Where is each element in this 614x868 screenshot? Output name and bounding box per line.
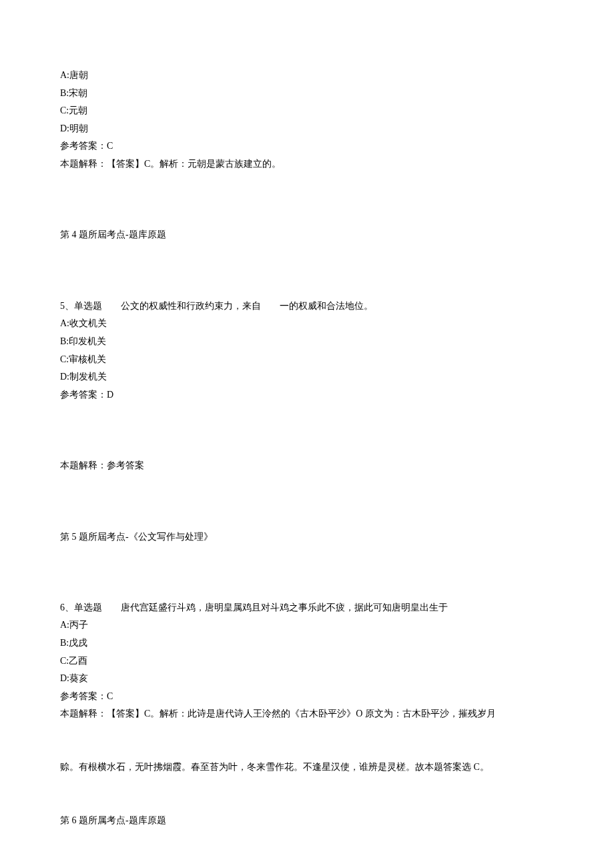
q5-option-c: C:审核机关 — [60, 351, 554, 369]
q5-option-a: A:收文机关 — [60, 315, 554, 333]
q6-option-c: C:乙酉 — [60, 653, 554, 671]
q4-answer: 参考答案：C — [60, 137, 554, 155]
q4-option-a: A:唐朝 — [60, 67, 554, 85]
q4-topic: 第 4 题所屆考点-题库原题 — [60, 226, 554, 244]
q6-explain-2: 赊。有根横水石，无叶拂烟霞。春至苔为叶，冬来雪作花。不逢星汉使，谁辨是灵槎。故本… — [60, 759, 554, 777]
q5-stem: 5、单选题 公文的权威性和行政约束力，来自 一的权威和合法地位。 — [60, 298, 554, 316]
q4-option-d: D:明朝 — [60, 120, 554, 138]
q6-option-b: B:戊戌 — [60, 634, 554, 653]
q5-answer: 参考答案：D — [60, 386, 554, 404]
q6-topic: 第 6 题所属考点-题库原题 — [60, 812, 554, 830]
q5-option-d: D:制发机关 — [60, 368, 554, 386]
q4-option-b: B:宋朝 — [60, 85, 554, 103]
q6-stem: 6、单选题 唐代宫廷盛行斗鸡，唐明皇属鸡且对斗鸡之事乐此不疲，据此可知唐明皇出生… — [60, 599, 554, 617]
q6-answer: 参考答案：C — [60, 688, 554, 706]
q7-stem: 7、单选题 行政伦理的最低要求是＿＿＿＿β — [60, 865, 554, 868]
q4-explain: 本题解释：【答案】C。解析：元朝是蒙古族建立的。 — [60, 155, 554, 173]
q6-explain-1: 本题解释：【答案】C。解析：此诗是唐代诗人王泠然的《古木卧平沙》O 原文为：古木… — [60, 705, 554, 723]
q5-explain: 本题解释：参考答案 — [60, 457, 554, 475]
q5-option-b: B:印发机关 — [60, 333, 554, 351]
q6-option-a: A:丙子 — [60, 616, 554, 634]
q5-topic: 第 5 题所屆考点-《公文写作与处理》 — [60, 528, 554, 546]
q4-option-c: C:元朝 — [60, 102, 554, 120]
q6-option-d: D:葵亥 — [60, 670, 554, 688]
